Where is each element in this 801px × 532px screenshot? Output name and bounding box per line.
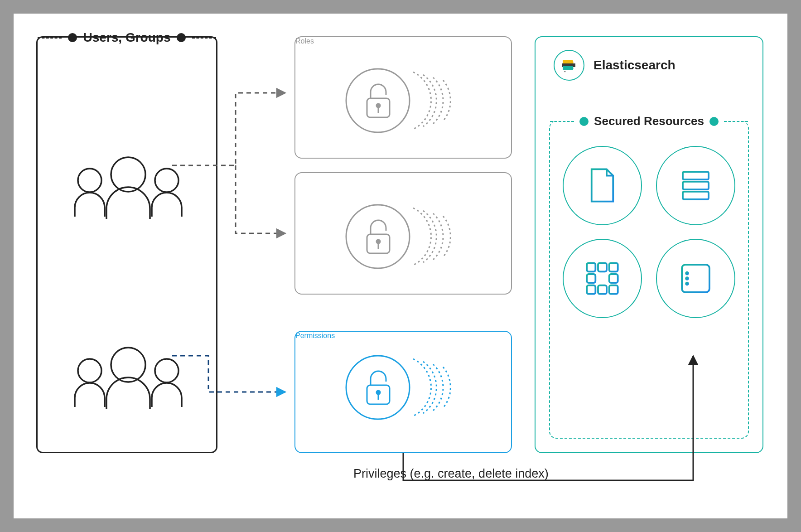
svg-point-4 — [155, 359, 179, 382]
svg-point-44 — [686, 277, 688, 280]
user-group-icon — [69, 346, 187, 414]
svg-rect-22 — [683, 172, 709, 179]
svg-rect-32 — [609, 285, 618, 294]
resource-list-icon — [656, 239, 735, 318]
lock-cluster-icon — [345, 198, 463, 275]
resource-document-icon — [563, 146, 642, 225]
svg-rect-26 — [598, 263, 607, 271]
user-group-icon — [69, 155, 187, 223]
dot-icon — [709, 117, 719, 126]
users-groups-panel: Users, Groups — [36, 36, 217, 453]
svg-rect-29 — [609, 274, 618, 283]
svg-point-46 — [686, 283, 688, 285]
svg-point-16 — [376, 391, 380, 394]
secured-resources-panel: Secured Resources — [549, 121, 749, 439]
svg-rect-31 — [598, 285, 607, 294]
dot-icon — [177, 33, 186, 42]
svg-point-3 — [78, 359, 101, 382]
roles-card: Roles — [294, 36, 512, 159]
permissions-label: Permissions — [295, 332, 335, 339]
elasticsearch-logo-icon — [554, 50, 584, 81]
dot-icon — [68, 33, 77, 42]
svg-rect-30 — [587, 285, 596, 294]
svg-point-1 — [155, 169, 179, 192]
svg-point-0 — [78, 169, 101, 192]
diagram-canvas: Users, Groups — [14, 14, 787, 518]
svg-rect-27 — [609, 263, 618, 271]
roles-card-secondary — [294, 172, 512, 295]
svg-point-8 — [376, 104, 380, 107]
lock-cluster-icon — [345, 62, 463, 139]
secured-resources-label: Secured Resources — [594, 114, 704, 128]
svg-rect-25 — [587, 263, 596, 271]
lock-cluster-icon — [345, 349, 463, 426]
svg-point-18 — [565, 71, 565, 72]
users-groups-label: Users, Groups — [83, 30, 171, 45]
roles-label: Roles — [295, 37, 314, 45]
svg-point-42 — [686, 272, 688, 275]
dot-icon — [579, 117, 589, 126]
svg-point-14 — [346, 356, 410, 419]
permissions-card: Permissions — [294, 331, 512, 453]
svg-point-12 — [376, 240, 380, 243]
svg-point-10 — [346, 205, 410, 268]
elasticsearch-panel: Elasticsearch Secured Resources — [535, 36, 763, 453]
svg-rect-24 — [683, 192, 709, 199]
svg-rect-28 — [587, 274, 596, 283]
privileges-label: Privileges (e.g. create, delete index) — [353, 467, 549, 481]
svg-point-6 — [346, 69, 410, 132]
resource-stack-icon — [656, 146, 735, 225]
elasticsearch-label: Elasticsearch — [594, 58, 676, 73]
resource-nodes-icon — [563, 239, 642, 318]
svg-rect-23 — [683, 182, 709, 189]
